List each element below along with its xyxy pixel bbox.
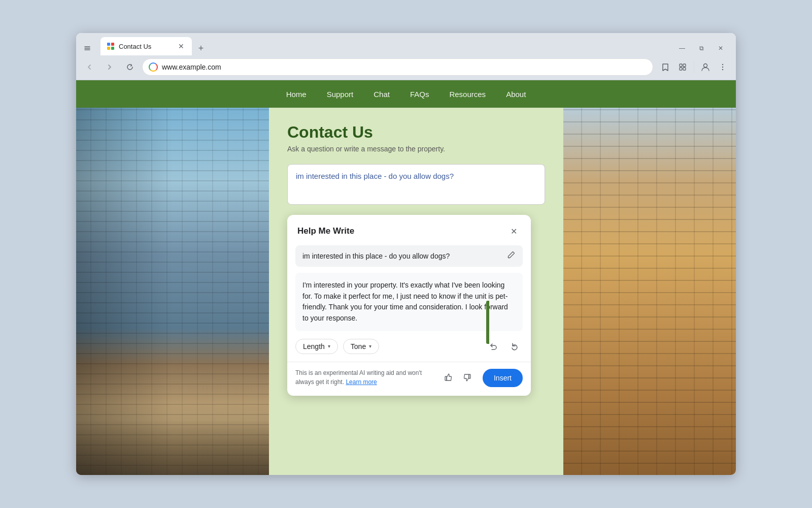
svg-rect-9 xyxy=(469,374,470,378)
maximize-button[interactable]: ⧉ xyxy=(692,41,710,55)
browser-window: Contact Us ✕ + — ⧉ ✕ xyxy=(76,33,736,475)
hwp-controls: Length ▾ Tone ▾ xyxy=(287,338,531,362)
tone-arrow-icon: ▾ xyxy=(369,343,371,349)
nav-item-about[interactable]: About xyxy=(506,88,526,101)
svg-rect-2 xyxy=(680,68,682,70)
hwp-input-text: im interested in this place - do you all… xyxy=(302,252,502,260)
svg-rect-1 xyxy=(683,64,686,67)
edit-icon[interactable] xyxy=(506,250,516,262)
tab-close-button[interactable]: ✕ xyxy=(177,42,186,51)
tab-list-button[interactable] xyxy=(80,41,94,55)
active-tab[interactable]: Contact Us ✕ xyxy=(100,37,192,55)
site-nav: Home Support Chat FAQs Resources About xyxy=(76,80,736,108)
window-controls: — ⧉ ✕ xyxy=(673,41,732,55)
thumbs-up-button[interactable] xyxy=(442,370,456,385)
redo-button[interactable] xyxy=(506,338,523,355)
tone-dropdown[interactable]: Tone ▾ xyxy=(343,339,379,354)
nav-item-resources[interactable]: Resources xyxy=(449,88,486,101)
address-text: www.example.com xyxy=(162,63,647,71)
svg-rect-0 xyxy=(680,64,682,67)
menu-button[interactable] xyxy=(715,59,731,75)
separator xyxy=(694,61,694,73)
new-tab-button[interactable]: + xyxy=(194,41,208,55)
nav-items: Home Support Chat FAQs Resources About xyxy=(286,88,526,101)
length-arrow-icon: ▾ xyxy=(328,343,330,349)
panel-accent xyxy=(486,301,489,344)
svg-point-4 xyxy=(704,64,707,68)
page-title: Contact Us xyxy=(287,123,545,142)
hwp-title: Help Me Write xyxy=(297,226,354,236)
forward-button[interactable] xyxy=(101,59,118,75)
svg-rect-3 xyxy=(683,68,686,70)
svg-point-7 xyxy=(722,69,723,70)
toolbar-buttons xyxy=(657,59,731,75)
bg-right xyxy=(563,108,736,475)
hwp-header: Help Me Write ✕ xyxy=(287,215,531,245)
length-dropdown[interactable]: Length ▾ xyxy=(295,339,338,354)
favicon xyxy=(107,42,115,50)
nav-item-faqs[interactable]: FAQs xyxy=(410,88,429,101)
extensions-button[interactable] xyxy=(674,59,691,75)
tone-label: Tone xyxy=(351,342,366,351)
help-me-write-panel: Help Me Write ✕ im interested in this pl… xyxy=(287,215,531,396)
profile-button[interactable] xyxy=(697,59,714,75)
insert-button[interactable]: Insert xyxy=(483,369,523,387)
reload-button[interactable] xyxy=(122,59,138,75)
hwp-input-row: im interested in this place - do you all… xyxy=(295,245,523,267)
google-icon xyxy=(149,62,158,72)
nav-item-chat[interactable]: Chat xyxy=(374,88,390,101)
page-subtitle: Ask a question or write a message to the… xyxy=(287,145,545,153)
message-text: im interested in this place - do you all… xyxy=(296,172,454,180)
message-area[interactable]: im interested in this place - do you all… xyxy=(287,164,545,205)
center-panel: Contact Us Ask a question or write a mes… xyxy=(269,108,563,475)
thumbs-down-button[interactable] xyxy=(460,370,474,385)
hwp-disclaimer: This is an experimental AI writing aid a… xyxy=(295,368,437,387)
length-label: Length xyxy=(303,342,325,351)
hwp-feedback xyxy=(442,370,474,385)
bookmark-button[interactable] xyxy=(657,59,673,75)
tab-title: Contact Us xyxy=(119,43,173,50)
nav-item-support[interactable]: Support xyxy=(327,88,354,101)
hwp-footer: This is an experimental AI writing aid a… xyxy=(287,362,531,396)
website-content: Home Support Chat FAQs Resources About C… xyxy=(76,80,736,475)
close-window-button[interactable]: ✕ xyxy=(712,41,730,55)
learn-more-link[interactable]: Learn more xyxy=(346,378,377,386)
bg-left xyxy=(76,108,269,475)
tab-bar: Contact Us ✕ + — ⧉ ✕ xyxy=(76,33,736,55)
address-input-wrap[interactable]: www.example.com xyxy=(142,58,653,76)
nav-item-home[interactable]: Home xyxy=(286,88,307,101)
svg-point-5 xyxy=(722,64,723,65)
street-elements xyxy=(76,404,269,475)
minimize-button[interactable]: — xyxy=(673,41,691,55)
building-right-overlay xyxy=(563,108,736,475)
hwp-close-button[interactable]: ✕ xyxy=(506,224,521,238)
svg-point-6 xyxy=(722,67,723,68)
address-bar: www.example.com xyxy=(76,55,736,80)
browser-chrome: Contact Us ✕ + — ⧉ ✕ xyxy=(76,33,736,80)
hwp-result-text: I'm interested in your property. It's ex… xyxy=(302,280,516,324)
main-content: Contact Us Ask a question or write a mes… xyxy=(76,108,736,475)
back-button[interactable] xyxy=(81,59,97,75)
svg-rect-8 xyxy=(445,376,447,380)
